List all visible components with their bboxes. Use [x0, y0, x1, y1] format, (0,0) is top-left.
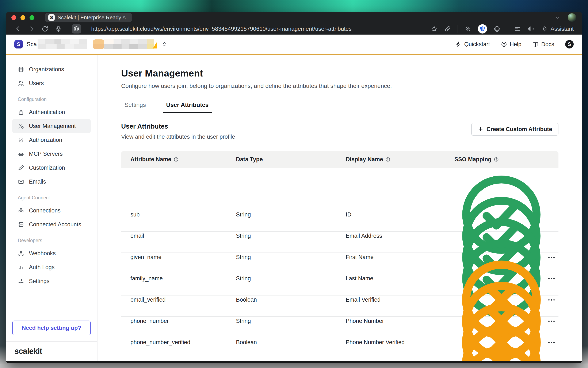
- minimize-window-button[interactable]: [20, 15, 25, 20]
- sidebar-item-emails[interactable]: Emails: [12, 175, 91, 189]
- ellipsis-dot: [548, 278, 549, 279]
- stack-icon: [18, 221, 24, 228]
- info-icon: [174, 157, 179, 162]
- sidebar-item-connections[interactable]: Connections: [12, 204, 91, 218]
- page-title: User Management: [121, 68, 559, 79]
- cell-attribute: email: [130, 233, 236, 239]
- chevron-down-icon[interactable]: [554, 14, 560, 21]
- forward-icon[interactable]: [28, 25, 35, 32]
- ellipsis-dot: [553, 257, 555, 258]
- quickstart-button[interactable]: Quickstart: [455, 41, 490, 48]
- page-subtitle: Configure how users join, belong to orga…: [121, 83, 559, 89]
- toolbar-divider: [458, 25, 458, 33]
- row-actions-menu[interactable]: [548, 299, 566, 301]
- ellipsis-dot: [553, 299, 555, 301]
- user-avatar[interactable]: S: [565, 40, 574, 48]
- scalekit-app: S Sca Quickstart Help Docs S Organizatio…: [6, 35, 582, 361]
- cell-data-type: Boolean: [236, 339, 346, 346]
- cell-data-type: String: [236, 254, 346, 260]
- cell-display-name: Email Address: [346, 233, 454, 239]
- ellipsis-dot: [551, 257, 552, 258]
- cell-display-name: Last Name: [346, 275, 454, 282]
- sidebar-item-customization[interactable]: Customization: [12, 161, 91, 175]
- lock-icon: [18, 109, 24, 116]
- back-icon[interactable]: [14, 25, 21, 32]
- reload-icon[interactable]: [41, 25, 48, 32]
- row-actions-menu[interactable]: [548, 278, 566, 279]
- tab-settings[interactable]: Settings: [121, 99, 149, 113]
- ellipsis-dot: [551, 278, 552, 279]
- sidebar-item-users[interactable]: Users: [12, 76, 91, 90]
- sidebar-item-organizations[interactable]: Organizations: [12, 62, 91, 76]
- bar-chart-icon: [18, 264, 24, 271]
- assistant-button[interactable]: Assistant: [541, 25, 574, 32]
- row-actions-menu[interactable]: [548, 342, 566, 343]
- sidebar-item-label: User Management: [29, 123, 76, 129]
- need-help-button[interactable]: Need help setting up?: [12, 321, 91, 335]
- row-actions-menu[interactable]: [548, 257, 566, 258]
- cell-display-name: Phone Number Verified: [346, 339, 454, 346]
- ellipsis-dot: [548, 257, 549, 258]
- brand-row: scalekit: [6, 341, 97, 361]
- app-header: S Sca Quickstart Help Docs S: [6, 35, 582, 55]
- column-header-label: Attribute Name: [130, 156, 171, 163]
- search-lens-icon[interactable]: [464, 25, 472, 32]
- site-info-chip[interactable]: [72, 24, 81, 34]
- row-actions-menu[interactable]: [548, 321, 566, 322]
- environment-selector-icon[interactable]: [161, 41, 168, 47]
- window-controls: [11, 15, 34, 20]
- shield-check-icon: [18, 137, 24, 143]
- cell-attribute: family_name: [130, 275, 236, 282]
- sidebar-section-label-developers: Developers: [18, 238, 91, 243]
- reading-list-icon[interactable]: [514, 25, 521, 32]
- zoom-window-button[interactable]: [29, 15, 34, 20]
- ellipsis-dot: [548, 342, 549, 343]
- cell-display-name: Phone Number: [346, 318, 454, 324]
- warning-triangle-icon: [153, 42, 157, 48]
- create-custom-attribute-button[interactable]: Create Custom Attribute: [471, 123, 559, 136]
- assistant-label: Assistant: [550, 26, 574, 32]
- sidebar-item-authentication[interactable]: Authentication: [12, 105, 91, 119]
- waveform-icon[interactable]: [527, 25, 534, 32]
- profile-sphere-avatar[interactable]: [568, 13, 576, 22]
- password-manager-icon[interactable]: [478, 24, 487, 34]
- sidebar: OrganizationsUsersConfigurationAuthentic…: [6, 55, 97, 361]
- help-circle-icon: [501, 41, 507, 47]
- sidebar-item-mcp-servers[interactable]: MCP Servers: [12, 147, 91, 161]
- help-button[interactable]: Help: [501, 41, 521, 48]
- ellipsis-dot: [551, 342, 552, 343]
- cell-display-name: ID: [346, 212, 454, 218]
- sidebar-item-authorization[interactable]: Authorization: [12, 133, 91, 147]
- microphone-icon[interactable]: [55, 25, 62, 32]
- users-icon: [18, 80, 24, 87]
- plus-icon: [478, 126, 483, 132]
- cell-display-name: First Name: [346, 254, 454, 260]
- copy-link-icon[interactable]: [444, 25, 451, 32]
- browser-tab[interactable]: S Scalekit | Enterprise Ready A: [45, 13, 132, 22]
- sidebar-item-user-management[interactable]: User Management: [12, 119, 91, 133]
- close-window-button[interactable]: [11, 15, 16, 20]
- sidebar-item-settings[interactable]: Settings: [12, 274, 91, 288]
- cell-data-type: String: [236, 360, 346, 361]
- sidebar-item-auth-logs[interactable]: Auth Logs: [12, 260, 91, 274]
- table-row-email: emailStringEmail Address: [121, 189, 559, 210]
- cell-attribute: sub: [130, 212, 236, 218]
- tab-user-attributes[interactable]: User Attributes: [163, 99, 212, 113]
- docs-button[interactable]: Docs: [532, 41, 554, 48]
- cell-display-name: Name: [346, 360, 454, 361]
- sidebar-item-label: Authentication: [29, 109, 65, 116]
- toolbar-divider: [507, 25, 507, 33]
- info-icon: [494, 157, 499, 162]
- sidebar-item-label: Customization: [29, 165, 65, 171]
- url-bar[interactable]: https://app.scalekit.cloud/ws/environmen…: [91, 26, 424, 32]
- cell-attribute: phone_number: [130, 318, 236, 324]
- info-icon: [385, 157, 390, 162]
- cell-attribute: email_verified: [130, 296, 236, 303]
- column-header-display-name: Display Name: [346, 156, 454, 163]
- scalekit-wordmark: scalekit: [14, 347, 42, 356]
- sidebar-item-connected-accounts[interactable]: Connected Accounts: [12, 218, 91, 231]
- browser-toolbar: https://app.scalekit.cloud/ws/environmen…: [6, 23, 582, 35]
- extensions-puzzle-icon[interactable]: [493, 25, 501, 32]
- sidebar-item-webhooks[interactable]: Webhooks: [12, 246, 91, 260]
- bookmark-star-icon[interactable]: [431, 25, 438, 32]
